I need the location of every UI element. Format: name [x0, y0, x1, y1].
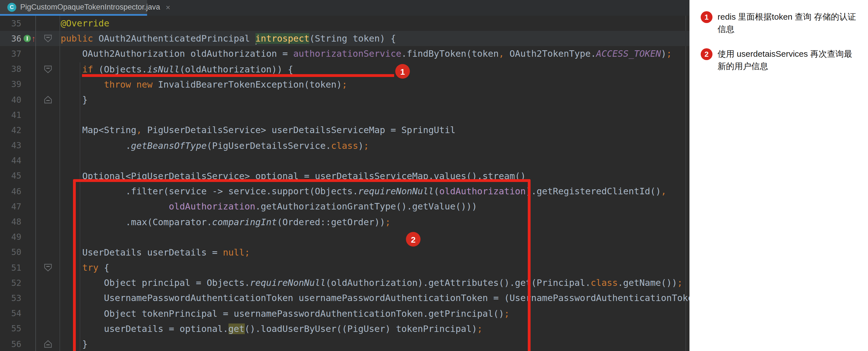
code-text: .getBeansOfType(PigUserDetailsService.cl… [58, 140, 689, 151]
line-number: 38 [0, 64, 23, 74]
fold-marker-close[interactable] [37, 337, 58, 351]
code-line[interactable]: 39 throw new InvalidBearerTokenException… [0, 77, 689, 92]
gutter-icon-slot [23, 77, 37, 92]
gutter-icon-slot [23, 306, 37, 321]
fold-column [37, 16, 58, 31]
fold-column [37, 229, 58, 244]
fold-column [37, 306, 58, 321]
code-line[interactable]: 35@Override [0, 16, 689, 31]
code-line[interactable]: 41 [0, 107, 689, 122]
code-text: OAuth2Authorization oldAuthorization = a… [58, 49, 689, 59]
code-line[interactable]: 44 [0, 153, 689, 168]
gutter-icon-slot [23, 138, 37, 153]
code-editor[interactable]: 35@Override36I↑public OAuth2Authenticate… [0, 16, 689, 351]
line-number: 40 [0, 95, 23, 105]
gutter-icon-slot [23, 92, 37, 107]
gutter-icon-slot [23, 291, 37, 306]
red-underline-annotation [82, 74, 394, 77]
gutter-icon-slot [23, 321, 37, 337]
line-number: 50 [0, 247, 23, 258]
gutter-icon-slot [23, 199, 37, 214]
gutter-icon-slot [23, 61, 37, 77]
line-number: 36 [0, 34, 23, 44]
tab-active-file[interactable]: C PigCustomOpaqueTokenIntrospector.java … [0, 0, 147, 16]
fold-marker-open[interactable] [37, 260, 58, 275]
gutter-icon-slot [23, 123, 37, 138]
line-number: 35 [0, 18, 23, 28]
gutter-icon-slot [23, 169, 37, 184]
code-line[interactable]: 40 } [0, 92, 689, 107]
line-number: 44 [0, 156, 23, 166]
code-text: throw new InvalidBearerTokenException(to… [58, 79, 689, 90]
fold-guide-line [35, 16, 36, 351]
line-number: 51 [0, 263, 23, 273]
gutter-icon-slot [23, 229, 37, 244]
line-number: 52 [0, 278, 23, 288]
code-text: } [58, 94, 689, 105]
step-2-badge: 2 [406, 232, 421, 246]
fold-column [37, 321, 58, 337]
tab-title: PigCustomOpaqueTokenIntrospector.java [20, 3, 160, 11]
gutter-icon-slot [23, 275, 37, 290]
fold-column [37, 214, 58, 229]
line-number: 56 [0, 339, 23, 349]
line-number: 54 [0, 308, 23, 318]
note-1-text: redis 里面根据token 查询 存储的认证信息 [717, 11, 859, 35]
note-2-badge: 2 [701, 48, 712, 60]
gutter-icon-slot [23, 46, 37, 61]
line-number: 49 [0, 232, 23, 242]
overrides-method-icon[interactable]: I↑ [23, 31, 37, 46]
fold-marker-open[interactable] [37, 61, 58, 77]
gutter-icon-slot [23, 245, 37, 260]
fold-marker-open[interactable] [37, 31, 58, 46]
close-icon[interactable]: × [166, 3, 170, 11]
fold-column [37, 245, 58, 260]
code-text: Map<String, PigUserDetailsService> userD… [58, 125, 689, 136]
code-line[interactable]: 42 Map<String, PigUserDetailsService> us… [0, 123, 689, 138]
note-item-1: 1 redis 里面根据token 查询 存储的认证信息 [701, 11, 860, 35]
fold-column [37, 123, 58, 138]
note-item-2: 2 使用 userdetaisServices 再次查询最新的用户信息 [701, 48, 860, 72]
code-line[interactable]: 37 OAuth2Authorization oldAuthorization … [0, 46, 689, 61]
gutter-separator [60, 16, 60, 351]
code-line[interactable]: 36I↑public OAuth2AuthenticatedPrincipal … [0, 31, 689, 46]
fold-column [37, 46, 58, 61]
line-number: 55 [0, 324, 23, 334]
code-text: if (Objects.isNull(oldAuthorization)) { [58, 64, 689, 75]
step-1-badge: 1 [395, 64, 410, 79]
line-number: 43 [0, 140, 23, 150]
annotation-panel: 1 redis 里面根据token 查询 存储的认证信息 2 使用 userde… [689, 0, 868, 351]
line-number: 48 [0, 217, 23, 227]
fold-marker-close[interactable] [37, 92, 58, 107]
fold-column [37, 77, 58, 92]
line-number: 46 [0, 186, 23, 196]
gutter-icon-slot [23, 16, 37, 31]
gutter-icon-slot [23, 337, 37, 351]
code-text: @Override [58, 18, 689, 29]
fold-column [37, 107, 58, 122]
gutter-icon-slot [23, 214, 37, 229]
screenshot-root: C PigCustomOpaqueTokenIntrospector.java … [0, 0, 868, 351]
java-class-icon: C [7, 2, 16, 11]
editor-tab-bar: C PigCustomOpaqueTokenIntrospector.java … [0, 0, 689, 16]
fold-column [37, 184, 58, 199]
fold-column [37, 199, 58, 214]
line-number: 39 [0, 80, 23, 90]
line-number: 37 [0, 49, 23, 59]
line-number: 45 [0, 171, 23, 181]
code-line[interactable]: 43 .getBeansOfType(PigUserDetailsService… [0, 138, 689, 153]
line-number: 53 [0, 293, 23, 303]
line-number: 41 [0, 110, 23, 120]
fold-column [37, 169, 58, 184]
line-number: 47 [0, 202, 23, 212]
note-1-badge: 1 [701, 11, 712, 23]
fold-column [37, 275, 58, 290]
note-2-text: 使用 userdetaisServices 再次查询最新的用户信息 [717, 48, 859, 72]
ide-window: C PigCustomOpaqueTokenIntrospector.java … [0, 0, 689, 351]
gutter-icon-slot [23, 153, 37, 168]
fold-column [37, 291, 58, 306]
fold-column [37, 138, 58, 153]
fold-column [37, 153, 58, 168]
gutter-icon-slot [23, 107, 37, 122]
gutter-icon-slot [23, 184, 37, 199]
